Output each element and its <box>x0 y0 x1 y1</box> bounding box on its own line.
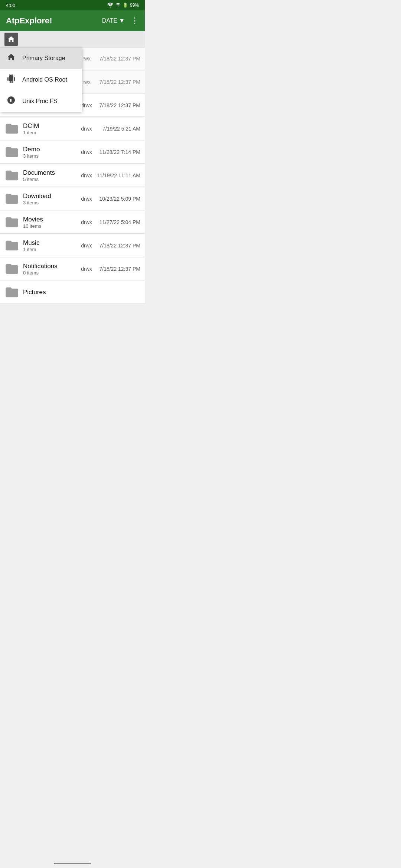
file-count: 10 items <box>23 223 77 229</box>
sort-label: DATE <box>102 17 117 24</box>
file-date: 10/23/22 5:09 PM <box>96 196 140 202</box>
file-row[interactable]: DCIM 1 item drwx 7/19/22 5:21 AM <box>0 118 145 140</box>
file-row[interactable]: Music 1 item drwx 7/18/22 12:37 PM <box>0 234 145 257</box>
dropdown-item-unix[interactable]: Unix Proc FS <box>0 91 82 112</box>
folder-icon <box>4 191 19 206</box>
home-button[interactable] <box>4 33 18 46</box>
svg-point-0 <box>110 6 111 7</box>
file-row[interactable]: Download 3 items drwx 10/23/22 5:09 PM <box>0 188 145 210</box>
file-name: Music <box>23 239 77 247</box>
file-name: Download <box>23 193 77 200</box>
file-perms: drwx <box>77 196 96 202</box>
file-perms: drwx <box>77 266 96 272</box>
file-date: 11/27/22 5:04 PM <box>96 219 140 225</box>
file-count: 1 item <box>23 247 77 252</box>
file-perms: drwx <box>77 149 96 155</box>
file-perms: drwx <box>77 243 96 249</box>
file-name: Documents <box>23 169 77 177</box>
folder-icon <box>4 238 19 253</box>
file-name: Demo <box>23 146 77 153</box>
dropdown-label-android: Android OS Root <box>22 76 67 83</box>
file-count: 5 items <box>23 177 77 182</box>
app-bar-actions: DATE ▼ ⋮ <box>102 16 139 26</box>
wifi-icon <box>107 2 114 9</box>
file-date: 7/18/22 12:37 PM <box>96 243 140 249</box>
file-info: Pictures <box>23 289 77 296</box>
sort-button[interactable]: DATE ▼ <box>102 17 125 24</box>
app-bar: AtpExplore! DATE ▼ ⋮ <box>0 10 145 31</box>
file-row[interactable]: Movies 10 items drwx 11/27/22 5:04 PM <box>0 211 145 234</box>
app-title: AtpExplore! <box>6 16 52 26</box>
android-icon <box>6 74 16 85</box>
file-info: Music 1 item <box>23 239 77 252</box>
file-info: DCIM 1 item <box>23 122 77 135</box>
file-name: Pictures <box>23 289 77 296</box>
file-info: Demo 3 items <box>23 146 77 159</box>
folder-icon <box>4 215 19 230</box>
battery-icon: 🔋 <box>123 3 128 8</box>
folder-icon <box>4 285 19 300</box>
file-date: 7/18/22 12:37 PM <box>96 79 140 85</box>
file-date: 7/18/22 12:37 PM <box>96 266 140 272</box>
folder-icon <box>4 262 19 276</box>
folder-icon <box>4 121 19 136</box>
file-row[interactable]: Documents 5 items drwx 11/19/22 11:11 AM <box>0 164 145 187</box>
file-date: 7/19/22 5:21 AM <box>96 126 140 132</box>
breadcrumb-bar <box>0 31 145 47</box>
file-date: 7/18/22 12:37 PM <box>96 102 140 108</box>
status-time: 4:00 <box>6 3 15 8</box>
file-perms: drwx <box>77 172 96 178</box>
file-name: Notifications <box>23 263 77 270</box>
file-list: Audiobooks 0 items drwx 7/18/22 12:37 PM… <box>0 94 145 304</box>
file-info: Notifications 0 items <box>23 263 77 276</box>
file-perms: drwx <box>77 126 96 132</box>
signal-icon <box>115 2 121 9</box>
dropdown-label-unix: Unix Proc FS <box>22 98 57 105</box>
dropdown-item-primary[interactable]: Primary Storage <box>0 47 82 69</box>
file-row[interactable]: Demo 3 items drwx 11/28/22 7:14 PM <box>0 141 145 164</box>
file-date: 11/28/22 7:14 PM <box>96 149 140 155</box>
status-icons: 🔋 99% <box>107 2 139 9</box>
battery-percent: 99% <box>130 3 139 8</box>
status-bar: 4:00 🔋 99% <box>0 0 145 10</box>
dropdown-label-primary: Primary Storage <box>22 55 65 62</box>
folder-icon <box>4 168 19 183</box>
file-date: 11/19/22 11:11 AM <box>96 172 140 178</box>
file-count: 1 item <box>23 130 77 135</box>
dropdown-item-android[interactable]: Android OS Root <box>0 69 82 91</box>
file-name: DCIM <box>23 122 77 130</box>
file-date: 7/18/22 12:37 PM <box>96 56 140 62</box>
sort-arrow-icon: ▼ <box>119 17 125 24</box>
file-row[interactable]: Notifications 0 items drwx 7/18/22 12:37… <box>0 258 145 280</box>
file-perms: drwx <box>77 219 96 225</box>
file-name: Movies <box>23 216 77 223</box>
file-count: 0 items <box>23 270 77 276</box>
file-row[interactable]: Pictures <box>0 281 145 304</box>
more-options-icon[interactable]: ⋮ <box>131 16 139 26</box>
linux-icon <box>6 96 16 107</box>
file-info: Download 3 items <box>23 193 77 206</box>
file-count: 3 items <box>23 153 77 159</box>
file-info: Documents 5 items <box>23 169 77 182</box>
home-icon <box>6 53 16 64</box>
folder-icon <box>4 145 19 160</box>
dropdown-menu: Primary Storage Android OS Root Unix Pro… <box>0 47 82 112</box>
file-count: 3 items <box>23 200 77 206</box>
file-info: Movies 10 items <box>23 216 77 229</box>
